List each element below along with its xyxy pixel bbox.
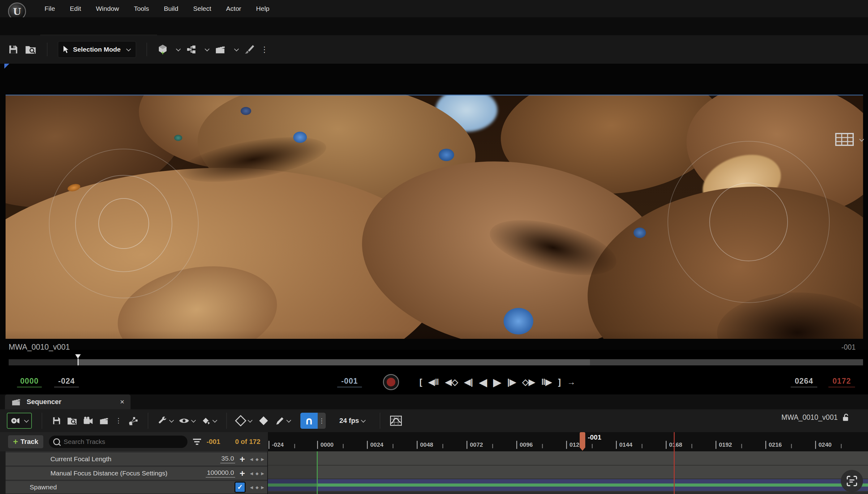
filter-icon[interactable] (193, 439, 201, 445)
fast-forward-icon[interactable]: ‖▶ (541, 377, 552, 387)
grid-icon (835, 133, 854, 147)
outliner-scroll-strip[interactable] (0, 451, 5, 494)
toolbar-overflow-icon[interactable]: ⋮ (260, 45, 269, 54)
scrubber-playhead[interactable] (75, 354, 81, 365)
jump-to-end-icon[interactable]: ] (558, 378, 561, 387)
chevron-down-icon[interactable] (234, 46, 239, 51)
chevron-down-icon[interactable] (205, 46, 210, 51)
counter-start[interactable]: 0000 (17, 377, 42, 387)
track-search[interactable] (49, 436, 187, 448)
snap-toggle[interactable]: ∩ ⋮ (300, 413, 326, 429)
menu-help[interactable]: Help (249, 0, 277, 17)
sequencer-current-frame[interactable]: -001 (207, 438, 220, 446)
sequencer-playhead[interactable] (580, 432, 585, 451)
counter-in[interactable]: -024 (54, 377, 79, 387)
close-icon[interactable]: × (120, 398, 124, 406)
track-row-focus-distance[interactable]: Manual Focus Distance (Focus Settings) 1… (5, 467, 267, 480)
next-key-icon[interactable]: ▶ (261, 485, 264, 490)
blueprints-icon[interactable] (186, 44, 197, 54)
jump-to-start-icon[interactable]: [ (420, 378, 422, 387)
render-movie-icon[interactable] (99, 416, 110, 425)
candy-chip (504, 308, 533, 335)
step-forward-icon[interactable]: |▶ (507, 377, 516, 387)
menu-edit[interactable]: Edit (62, 0, 89, 17)
key-icon[interactable]: ◆ (256, 485, 259, 490)
track-row-spawned[interactable]: Spawned ✓ ◀ ◆ ▶ (5, 481, 267, 494)
browse-content-icon[interactable] (25, 44, 37, 55)
viewport-scene[interactable] (5, 95, 863, 339)
camera-cut-dropdown[interactable] (7, 413, 32, 429)
timeline-ruler[interactable]: -024 0000 0024 0048 0072 0096 0120 0144 … (268, 432, 868, 451)
menu-build[interactable]: Build (156, 0, 186, 17)
sequencer-tab[interactable]: Sequencer × (5, 395, 131, 409)
counter-current[interactable]: -001 (337, 377, 362, 387)
unlock-icon[interactable] (842, 413, 849, 422)
selection-mode-dropdown[interactable]: Selection Mode (58, 41, 136, 58)
auto-key-icon (201, 416, 211, 426)
add-actor-icon[interactable]: + (158, 44, 168, 55)
prev-key-icon[interactable]: ◀ (250, 485, 253, 490)
level-viewport[interactable] (0, 64, 868, 350)
key-icon[interactable]: ◆ (256, 471, 259, 476)
track-row-focal-length[interactable]: Current Focal Length 35.0 + ◀ ◆ ▶ (5, 453, 267, 466)
lane-spawned-top[interactable] (268, 479, 868, 483)
auto-keyframe-button[interactable] (260, 418, 267, 424)
next-key-icon[interactable]: ▶ (261, 471, 264, 476)
add-track-button[interactable]: + Track (8, 435, 43, 448)
menu-select[interactable]: Select (186, 0, 218, 17)
view-options-dropdown[interactable] (179, 417, 195, 425)
save-sequence-icon[interactable] (52, 416, 61, 425)
paint-brush-icon[interactable] (244, 44, 254, 55)
next-key-icon[interactable]: ◇▶ (522, 377, 535, 387)
prev-key-icon[interactable]: ◀ (250, 457, 253, 461)
keyframe-options-dropdown[interactable] (201, 416, 217, 426)
add-key-icon[interactable]: + (239, 468, 245, 478)
curve-editor-icon[interactable] (390, 416, 402, 426)
play-forward-icon[interactable]: ▶ (493, 376, 501, 388)
key-icon[interactable]: ◆ (256, 457, 259, 461)
menu-window[interactable]: Window (89, 0, 127, 17)
tab-strip: TESTLEVL• (0, 17, 868, 35)
next-key-icon[interactable]: ▶ (261, 457, 264, 461)
viewport-timeline-scrubber[interactable] (9, 359, 863, 365)
keyframe-diamond-icon (235, 415, 246, 426)
search-input[interactable] (63, 438, 166, 446)
counter-end[interactable]: 0172 (828, 377, 855, 387)
screen-capture-button[interactable] (841, 470, 863, 492)
viewport-grid-button[interactable] (835, 132, 867, 147)
track-lanes[interactable] (268, 451, 868, 494)
snap-options-icon[interactable]: ⋮ (318, 413, 326, 429)
browse-sequence-icon[interactable] (67, 416, 77, 425)
play-reverse-icon[interactable]: ◀ (479, 376, 487, 388)
spawned-checkbox[interactable]: ✓ (235, 482, 246, 493)
counter-total[interactable]: 0264 (791, 377, 817, 387)
lane-focal-length[interactable] (268, 451, 868, 466)
prev-key-icon[interactable]: ◀ (250, 471, 253, 476)
menu-tools[interactable]: Tools (127, 0, 156, 17)
save-icon[interactable] (8, 44, 19, 55)
previous-frame-icon[interactable]: ◀‖ (428, 377, 439, 387)
edit-mode-dropdown[interactable] (237, 417, 252, 425)
menu-actor[interactable]: Actor (219, 0, 249, 17)
create-camera-icon[interactable] (83, 416, 93, 425)
record-button[interactable] (383, 374, 399, 390)
sequencer-overflow-icon[interactable]: ⋮ (115, 417, 122, 424)
lane-spawned-bottom[interactable] (268, 487, 868, 491)
lane-spawned-active[interactable] (268, 483, 868, 487)
menu-file[interactable]: File (37, 0, 62, 17)
add-key-icon[interactable]: + (239, 454, 245, 464)
lane-focus-distance[interactable] (268, 466, 868, 479)
actor-sequence-icon[interactable] (127, 416, 138, 426)
track-value[interactable]: 35.0 (220, 455, 235, 463)
track-value[interactable]: 100000.0 (206, 469, 235, 478)
step-back-icon[interactable]: ◀| (464, 377, 473, 387)
cinematics-icon[interactable] (215, 44, 226, 55)
chevron-down-icon[interactable] (176, 46, 181, 51)
candy-chip (241, 107, 251, 115)
play-direction-icon[interactable]: → (567, 378, 575, 387)
previous-key-icon[interactable]: ◀◇ (445, 377, 458, 387)
ruler-tick: 0240 (815, 441, 831, 449)
curve-pencil-dropdown[interactable] (275, 416, 291, 425)
fps-dropdown[interactable]: 24 fps (339, 417, 365, 425)
playback-options-dropdown[interactable] (158, 416, 173, 425)
